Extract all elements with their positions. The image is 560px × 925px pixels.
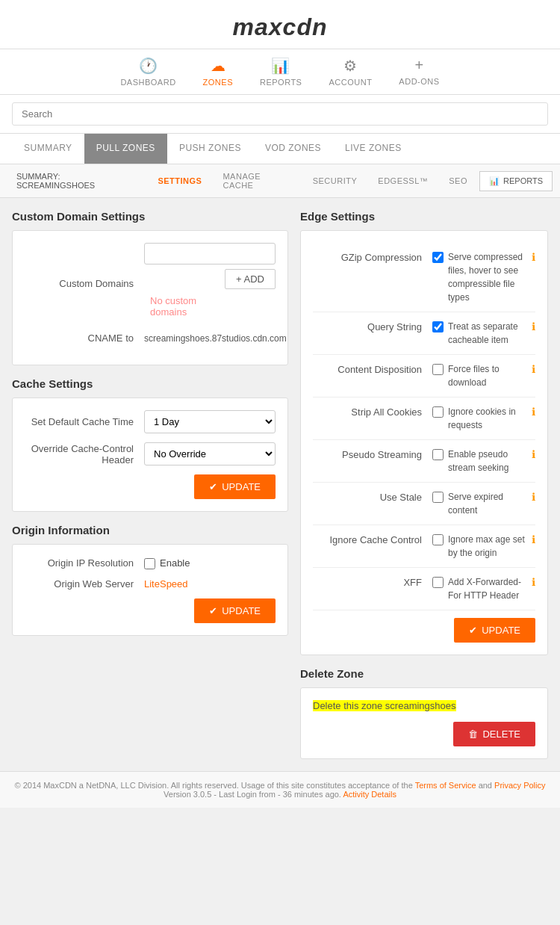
tab-summary[interactable]: SUMMARY xyxy=(12,134,84,164)
nav-reports[interactable]: 📊 REPORTS xyxy=(260,57,302,87)
default-cache-select[interactable]: 1 Day No Cache 30 Seconds 1 Minute 5 Min… xyxy=(144,410,276,433)
query-string-row: Query String Treat as separate cacheable… xyxy=(313,312,535,355)
tab-vod-zones[interactable]: VOD ZONES xyxy=(253,134,333,164)
checkmark-icon: ✔ xyxy=(209,481,217,492)
use-stale-info-icon[interactable]: ℹ xyxy=(532,491,535,503)
ignore-cache-control-checkbox[interactable] xyxy=(432,534,444,545)
custom-domain-panel: Custom Domains + ADD No customdomains CN… xyxy=(12,230,288,365)
origin-ip-checkbox[interactable] xyxy=(144,558,155,569)
ignore-cache-control-control: Ignore max age set by the origin ℹ xyxy=(432,533,535,560)
gzip-label: GZip Compression xyxy=(313,250,432,263)
subnav-edgessl[interactable]: EDGESSL™ xyxy=(369,169,437,193)
right-column: Edge Settings GZip Compression Serve com… xyxy=(300,210,548,759)
zones-icon: ☁ xyxy=(211,57,226,75)
content-disposition-label: Content Disposition xyxy=(313,362,432,375)
xff-checkbox[interactable] xyxy=(432,577,444,588)
search-input[interactable] xyxy=(12,102,548,126)
subnav-settings[interactable]: SETTINGS xyxy=(149,169,211,193)
xff-info-icon[interactable]: ℹ xyxy=(532,576,535,588)
override-cache-label: Override Cache-ControlHeader xyxy=(25,443,144,465)
privacy-link[interactable]: Privacy Policy xyxy=(494,781,545,790)
add-domain-button[interactable]: + ADD xyxy=(225,269,276,289)
sub-nav: SUMMARY: SCREAMINGSHOES SETTINGS MANAGE … xyxy=(0,164,560,198)
origin-ip-control: Enable xyxy=(144,557,276,569)
breadcrumb-text: SUMMARY: SCREAMINGSHOES xyxy=(16,172,95,190)
nav-reports-label: REPORTS xyxy=(260,78,302,87)
default-cache-row: Set Default Cache Time 1 Day No Cache 30… xyxy=(25,410,276,433)
cache-update-button[interactable]: ✔ UPDATE xyxy=(194,474,276,499)
content-disposition-info-icon[interactable]: ℹ xyxy=(532,363,535,375)
xff-row: XFF Add X-Forwarded-For HTTP Header ℹ xyxy=(313,568,535,610)
reports-button[interactable]: 📊 REPORTS xyxy=(479,171,553,191)
edge-settings-title: Edge Settings xyxy=(300,210,548,223)
footer: © 2014 MaxCDN a NetDNA, LLC Division. Al… xyxy=(0,771,560,808)
origin-webserver-label: Origin Web Server xyxy=(25,578,144,590)
trash-icon: 🗑 xyxy=(468,728,478,740)
strip-cookies-control: Ignore cookies in requests ℹ xyxy=(432,405,535,432)
origin-ip-label: Origin IP Resolution xyxy=(25,557,144,569)
content-disposition-checkbox[interactable] xyxy=(432,364,444,375)
cache-settings-panel: Set Default Cache Time 1 Day No Cache 30… xyxy=(12,397,288,512)
origin-update-btn-row: ✔ UPDATE xyxy=(25,598,276,623)
tos-link[interactable]: Terms of Service xyxy=(415,781,476,790)
edge-update-button[interactable]: ✔ UPDATE xyxy=(454,618,535,643)
xff-control: Add X-Forwarded-For HTTP Header ℹ xyxy=(432,575,535,602)
logo: maxcdn xyxy=(0,13,560,41)
subnav-security[interactable]: SECURITY xyxy=(304,169,367,193)
tabs-bar: SUMMARY PULL ZONES PUSH ZONES VOD ZONES … xyxy=(0,134,560,164)
gzip-control: Serve compressed files, hover to see com… xyxy=(432,250,535,304)
delete-zone-panel: Delete this zone screamingshoes 🗑 DELETE xyxy=(300,687,548,759)
origin-update-label: UPDATE xyxy=(222,605,261,616)
origin-info-title: Origin Information xyxy=(12,524,288,536)
activity-link[interactable]: Activity Details xyxy=(343,790,396,799)
content-disposition-control: Force files to download ℹ xyxy=(432,362,535,389)
ignore-cache-control-row: Ignore Cache Control Ignore max age set … xyxy=(313,525,535,568)
pseudo-streaming-checkbox[interactable] xyxy=(432,449,444,460)
subnav-manage-cache[interactable]: MANAGE CACHE xyxy=(214,164,300,197)
strip-cookies-text: Ignore cookies in requests xyxy=(448,405,527,432)
origin-ip-row: Origin IP Resolution Enable xyxy=(25,557,276,569)
xff-text: Add X-Forwarded-For HTTP Header xyxy=(448,575,527,602)
strip-cookies-info-icon[interactable]: ℹ xyxy=(532,406,535,418)
strip-cookies-label: Strip All Cookies xyxy=(313,405,432,418)
footer-version-text: Version 3.0.5 - Last Login from xyxy=(164,790,276,799)
subnav-seo[interactable]: SEO xyxy=(440,169,476,193)
footer-and: and xyxy=(479,781,492,790)
nav-addons[interactable]: + ADD-ONS xyxy=(399,57,439,87)
custom-domains-input[interactable] xyxy=(144,243,276,264)
query-string-info-icon[interactable]: ℹ xyxy=(532,321,535,332)
use-stale-checkbox[interactable] xyxy=(432,492,444,503)
pseudo-streaming-info-icon[interactable]: ℹ xyxy=(532,448,535,460)
nav-account[interactable]: ⚙ ACCOUNT xyxy=(329,57,372,87)
tab-push-zones[interactable]: PUSH ZONES xyxy=(167,134,253,164)
nav-zones[interactable]: ☁ ZONES xyxy=(203,57,233,87)
origin-update-button[interactable]: ✔ UPDATE xyxy=(194,598,276,623)
custom-domains-row: Custom Domains + ADD No customdomains xyxy=(25,243,276,324)
query-string-control: Treat as separate cacheable item ℹ xyxy=(432,320,535,347)
add-btn-row: + ADD xyxy=(144,269,276,289)
nav-addons-label: ADD-ONS xyxy=(399,77,439,86)
footer-copyright-text: © 2014 MaxCDN a NetDNA, LLC Division. Al… xyxy=(14,781,412,790)
origin-info-panel: Origin IP Resolution Enable Origin Web S… xyxy=(12,544,288,636)
query-string-checkbox[interactable] xyxy=(432,321,444,332)
default-cache-label: Set Default Cache Time xyxy=(25,416,144,427)
tab-live-zones[interactable]: LIVE ZONES xyxy=(333,134,414,164)
use-stale-control: Serve expired content ℹ xyxy=(432,490,535,517)
delete-button[interactable]: 🗑 DELETE xyxy=(453,722,535,746)
nav-dashboard[interactable]: 🕐 DASHBOARD xyxy=(120,57,175,87)
gzip-info-icon[interactable]: ℹ xyxy=(532,251,535,263)
origin-webserver-row: Origin Web Server LiteSpeed xyxy=(25,578,276,590)
override-cache-select[interactable]: No Override Ignore Origin Always Overrid… xyxy=(144,442,276,465)
query-string-text: Treat as separate cacheable item xyxy=(448,320,527,347)
dashboard-icon: 🕐 xyxy=(139,57,158,75)
strip-cookies-checkbox[interactable] xyxy=(432,406,444,418)
ignore-cache-control-label: Ignore Cache Control xyxy=(313,533,432,545)
gzip-checkbox[interactable] xyxy=(432,252,444,263)
edge-update-label: UPDATE xyxy=(482,625,520,636)
tab-pull-zones[interactable]: PULL ZONES xyxy=(84,134,167,164)
ignore-cache-control-info-icon[interactable]: ℹ xyxy=(532,533,535,545)
delete-zone-title: Delete Zone xyxy=(300,667,548,680)
cache-settings-title: Cache Settings xyxy=(12,377,288,390)
strip-cookies-row: Strip All Cookies Ignore cookies in requ… xyxy=(313,397,535,440)
content-disposition-text: Force files to download xyxy=(448,362,527,389)
